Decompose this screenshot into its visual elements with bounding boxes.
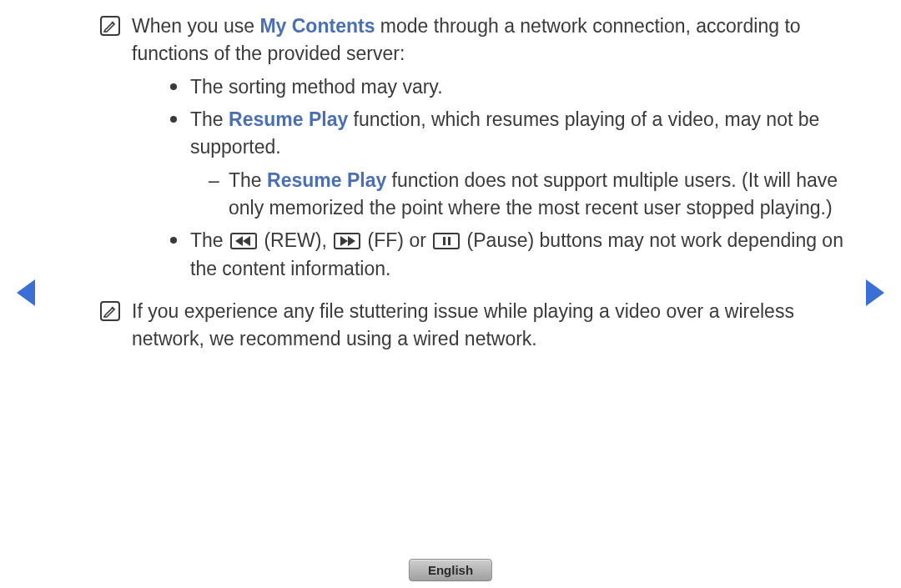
d1-pre: The	[229, 169, 267, 191]
note-2-text: If you experience any file stuttering is…	[132, 298, 859, 354]
rewind-icon	[230, 233, 257, 249]
bullet-1-text: The sorting method may vary.	[190, 76, 443, 98]
bullet-2: The Resume Play function, which resumes …	[164, 106, 859, 222]
note1-highlight: My Contents	[259, 15, 375, 37]
note-icon-box	[100, 16, 123, 36]
pause-icon	[433, 233, 460, 249]
note1-pre: When you use	[132, 15, 259, 37]
svg-rect-4	[443, 237, 445, 245]
b3-ff: (FF) or	[362, 229, 431, 251]
note2-text: If you experience any file stuttering is…	[132, 300, 794, 349]
bullet-list: The sorting method may vary. The Resume …	[164, 73, 859, 283]
note-1-text: When you use My Contents mode through a …	[132, 13, 859, 288]
b3-pre: The	[190, 229, 229, 251]
manual-page: When you use My Contents mode through a …	[0, 0, 901, 588]
d1-highlight: Resume Play	[267, 169, 386, 191]
svg-marker-1	[243, 236, 250, 246]
next-page-arrow[interactable]	[866, 279, 884, 306]
note-block-2: If you experience any file stuttering is…	[100, 298, 859, 354]
b3-rew: (REW),	[259, 229, 332, 251]
bullet-3: The (REW), (FF) or (Pause) buttons may n…	[164, 227, 859, 283]
svg-marker-0	[235, 236, 243, 246]
note-icon	[100, 301, 120, 321]
b2-highlight: Resume Play	[229, 108, 348, 130]
bullet-1: The sorting method may vary.	[164, 73, 859, 101]
svg-marker-2	[340, 236, 348, 246]
language-label: English	[428, 563, 473, 577]
svg-rect-5	[448, 237, 450, 245]
b2-pre: The	[190, 108, 229, 130]
language-button[interactable]: English	[409, 559, 492, 581]
note-icon-box-2	[100, 301, 123, 321]
dash-list: The Resume Play function does not suppor…	[205, 167, 859, 223]
dash-1: The Resume Play function does not suppor…	[205, 167, 859, 223]
svg-marker-3	[348, 236, 355, 246]
fast-forward-icon	[334, 233, 360, 249]
content-area: When you use My Contents mode through a …	[100, 13, 859, 364]
note-block-1: When you use My Contents mode through a …	[100, 13, 859, 288]
note-icon	[100, 16, 120, 36]
prev-page-arrow[interactable]	[17, 279, 35, 306]
